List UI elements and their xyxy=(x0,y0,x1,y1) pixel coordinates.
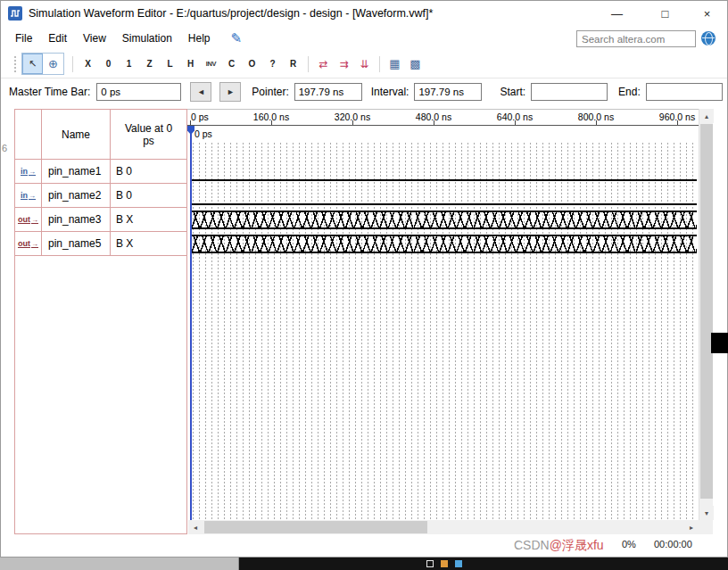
signal-value: B X xyxy=(110,232,186,255)
force-weak-low-button[interactable]: L xyxy=(160,54,180,74)
taskbar xyxy=(0,558,728,570)
toolbar: ↖ ⊕ X 0 1 Z L H INV C O ? R ⇄ ⇉ ⇊ ▦ ▩ xyxy=(0,50,728,78)
menu-item-help[interactable]: Help xyxy=(180,28,219,50)
watermark: CSDN@浮晟xfu xyxy=(514,538,604,554)
pointer-label: Pointer: xyxy=(252,86,288,98)
window-maximize-button[interactable]: □ xyxy=(644,0,686,27)
signal-name: pin_name3 xyxy=(41,208,110,231)
window-minimize-button[interactable]: — xyxy=(596,0,638,27)
arbitrary-value-button[interactable]: ? xyxy=(262,54,283,74)
scroll-up-button[interactable]: ▴ xyxy=(699,109,714,123)
scrollbar-corner xyxy=(699,520,713,534)
scroll-left-button[interactable]: ◂ xyxy=(188,520,203,534)
scroll-down-button[interactable]: ▾ xyxy=(699,506,714,520)
force-high-button[interactable]: 1 xyxy=(119,54,139,74)
table-row[interactable]: in pin_name1 B 0 xyxy=(15,160,186,184)
screen: Simulation Waveform Editor - E:/quartus/… xyxy=(0,0,728,570)
horizontal-scrollbar[interactable]: ◂ ▸ xyxy=(188,520,699,534)
force-high-impedance-button[interactable]: Z xyxy=(139,54,160,74)
master-time-bar-label: Master Time Bar: xyxy=(9,86,90,98)
ruler-tick-label: 0 ps xyxy=(191,112,209,122)
taskbar-icon[interactable] xyxy=(455,560,462,567)
count-value-button[interactable]: C xyxy=(221,54,242,74)
interval-label: Interval: xyxy=(371,86,410,98)
master-time-marker-label: 0 ps xyxy=(194,128,212,139)
menu-item-file[interactable]: File xyxy=(7,28,40,50)
time-cursor-handle[interactable] xyxy=(187,126,194,135)
waveform-row[interactable] xyxy=(190,232,697,256)
menu-item-edit[interactable]: Edit xyxy=(40,28,75,50)
waveform-panel[interactable]: 0 ps 160.0 ns 320.0 ns 480.0 ns 640.0 ns… xyxy=(187,109,699,520)
waveform-app-icon xyxy=(8,6,22,21)
search-input[interactable] xyxy=(576,30,696,47)
signal-name: pin_name2 xyxy=(41,184,110,207)
table-row[interactable]: in pin_name2 B 0 xyxy=(15,184,186,208)
background-line-number: 6 xyxy=(2,143,7,153)
invert-button[interactable]: INV xyxy=(201,54,221,74)
table-row[interactable]: out pin_name3 B X xyxy=(15,208,186,232)
end-value-input[interactable] xyxy=(646,83,723,101)
snap-to-grid-button[interactable]: ⇄ xyxy=(313,54,334,74)
pin-direction-icon: out xyxy=(18,239,38,248)
signal-name: pin_name1 xyxy=(41,160,110,183)
toolbar-separator xyxy=(379,56,380,72)
waveform-row[interactable] xyxy=(190,160,697,184)
start-label: Start: xyxy=(500,86,525,98)
taskbar-icon[interactable] xyxy=(441,560,448,567)
title-bar[interactable]: Simulation Waveform Editor - E:/quartus/… xyxy=(0,0,728,27)
toolbar-separator xyxy=(72,56,73,72)
time-ruler[interactable]: 0 ps 160.0 ns 320.0 ns 480.0 ns 640.0 ns… xyxy=(187,110,699,126)
table-row[interactable]: out pin_name5 B X xyxy=(15,232,186,256)
scroll-right-button[interactable]: ▸ xyxy=(684,520,699,534)
vertical-scrollbar[interactable]: ▴ ▾ xyxy=(699,109,713,520)
select-tool-button[interactable]: ↖ xyxy=(22,54,43,74)
time-cursor-line[interactable] xyxy=(190,126,192,520)
sort-order-button[interactable]: ⇊ xyxy=(354,54,375,74)
force-weak-high-button[interactable]: H xyxy=(180,54,201,74)
progress-percent: 0% xyxy=(622,539,636,549)
globe-icon[interactable] xyxy=(701,31,716,45)
overwrite-clock-button[interactable]: O xyxy=(242,54,262,74)
toolbar-separator xyxy=(308,56,309,72)
time-back-button[interactable]: ◄ xyxy=(190,82,211,102)
waveform-row[interactable] xyxy=(190,184,697,208)
signal-value: B 0 xyxy=(110,184,186,207)
waveform-row[interactable] xyxy=(190,208,697,232)
menu-item-simulation[interactable]: Simulation xyxy=(114,28,180,50)
ruler-tick xyxy=(190,120,191,125)
header-name: Name xyxy=(41,110,110,159)
time-bar-settings-button[interactable]: ▩ xyxy=(405,54,426,74)
toolbar-grip-icon[interactable] xyxy=(14,56,16,72)
vertical-scrollbar-thumb[interactable] xyxy=(700,124,713,499)
start-value-input[interactable] xyxy=(531,83,608,101)
feather-icon[interactable]: ✎ xyxy=(231,30,243,46)
force-uncertain-button[interactable]: X xyxy=(78,54,98,74)
taskbar-window-edge xyxy=(0,558,239,570)
signal-value: B X xyxy=(110,208,186,231)
time-forward-button[interactable]: ► xyxy=(219,82,241,102)
force-low-button[interactable]: 0 xyxy=(98,54,119,74)
header-value: Value at 0 ps xyxy=(110,110,186,159)
elapsed-time: 00:00:00 xyxy=(654,539,692,549)
show-grid-button[interactable]: ▦ xyxy=(385,54,405,74)
watermark-suffix: @浮晟xfu xyxy=(550,538,604,552)
pin-direction-icon: in xyxy=(21,191,36,200)
interval-value-input[interactable] xyxy=(414,83,482,101)
time-bar-row: Master Time Bar: ◄ ► Pointer: Interval: … xyxy=(0,78,728,105)
menu-item-view[interactable]: View xyxy=(75,28,114,50)
signal-table: Name Value at 0 ps in pin_name1 B 0 in p… xyxy=(14,109,187,534)
background-artifact xyxy=(711,333,728,353)
master-time-input[interactable] xyxy=(96,83,181,101)
signal-value: B 0 xyxy=(110,160,186,183)
horizontal-scrollbar-thumb[interactable] xyxy=(204,521,427,533)
zoom-tool-button[interactable]: ⊕ xyxy=(43,54,63,74)
window-close-button[interactable]: × xyxy=(686,0,728,27)
taskbar-icon[interactable] xyxy=(426,560,434,567)
window-title: Simulation Waveform Editor - E:/quartus/… xyxy=(29,7,433,20)
pointer-value-input[interactable] xyxy=(294,83,362,101)
random-values-button[interactable]: R xyxy=(283,54,303,74)
ruler-tick xyxy=(677,120,678,125)
snap-to-transition-button[interactable]: ⇉ xyxy=(334,54,354,74)
menu-bar: File Edit View Simulation Help ✎ xyxy=(0,27,728,50)
signal-table-header: Name Value at 0 ps xyxy=(15,110,186,160)
